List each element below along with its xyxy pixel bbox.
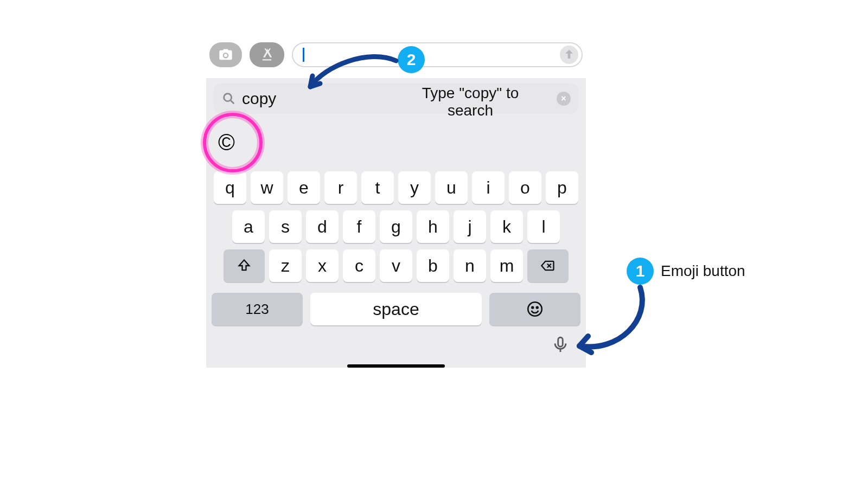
emoji-result-copyright[interactable]: ©: [218, 130, 235, 156]
backspace-key[interactable]: [527, 249, 569, 282]
key-row-3: z x c v b n m: [206, 246, 586, 285]
key-n[interactable]: n: [454, 249, 486, 282]
key-v[interactable]: v: [380, 249, 412, 282]
key-t[interactable]: t: [361, 171, 394, 204]
key-y[interactable]: y: [398, 171, 431, 204]
search-icon: [221, 91, 237, 106]
svg-point-4: [528, 302, 542, 316]
mic-icon[interactable]: [551, 335, 570, 354]
arrow-step-1: [570, 277, 662, 363]
key-g[interactable]: g: [380, 210, 412, 243]
svg-point-5: [532, 307, 533, 309]
camera-button[interactable]: [209, 42, 242, 67]
shift-key[interactable]: [224, 249, 265, 282]
key-w[interactable]: w: [251, 171, 283, 204]
dictation-row: [206, 325, 586, 357]
search-value: copy: [242, 89, 276, 108]
key-c[interactable]: c: [343, 249, 375, 282]
app-store-button[interactable]: [250, 42, 284, 67]
key-p[interactable]: p: [546, 171, 578, 204]
step-2-text: Type "copy" to search: [408, 85, 533, 119]
home-indicator[interactable]: [347, 364, 445, 368]
key-f[interactable]: f: [343, 210, 375, 243]
key-j[interactable]: j: [454, 210, 486, 243]
space-key[interactable]: space: [310, 293, 482, 325]
key-o[interactable]: o: [509, 171, 541, 204]
key-row-2: a s d f g h j k l: [206, 207, 586, 246]
svg-point-0: [224, 94, 232, 101]
key-x[interactable]: x: [306, 249, 339, 282]
key-m[interactable]: m: [490, 249, 523, 282]
svg-line-1: [231, 101, 234, 104]
key-row-1: q w e r t y u i o p: [206, 168, 586, 207]
key-l[interactable]: l: [527, 210, 560, 243]
key-z[interactable]: z: [269, 249, 302, 282]
emoji-result-row: ©: [206, 117, 586, 168]
svg-rect-7: [558, 337, 563, 346]
key-q[interactable]: q: [214, 171, 246, 204]
key-e[interactable]: e: [288, 171, 320, 204]
key-i[interactable]: i: [472, 171, 505, 204]
key-u[interactable]: u: [435, 171, 468, 204]
key-s[interactable]: s: [269, 210, 302, 243]
key-d[interactable]: d: [306, 210, 339, 243]
key-b[interactable]: b: [417, 249, 449, 282]
key-r[interactable]: r: [324, 171, 357, 204]
send-button[interactable]: [560, 46, 578, 64]
svg-point-6: [537, 307, 538, 309]
numeric-key[interactable]: 123: [212, 293, 303, 325]
key-k[interactable]: k: [490, 210, 523, 243]
key-a[interactable]: a: [232, 210, 265, 243]
step-1-text: Emoji button: [661, 262, 745, 280]
arrow-step-2: [304, 54, 423, 103]
clear-search-button[interactable]: ×: [557, 92, 571, 106]
keyboard-area: copy × © q w e r t y u i o p a s d f g h…: [206, 78, 586, 368]
key-h[interactable]: h: [417, 210, 449, 243]
emoji-keyboard-button[interactable]: [489, 293, 580, 325]
key-row-bottom: 123 space: [206, 285, 586, 325]
